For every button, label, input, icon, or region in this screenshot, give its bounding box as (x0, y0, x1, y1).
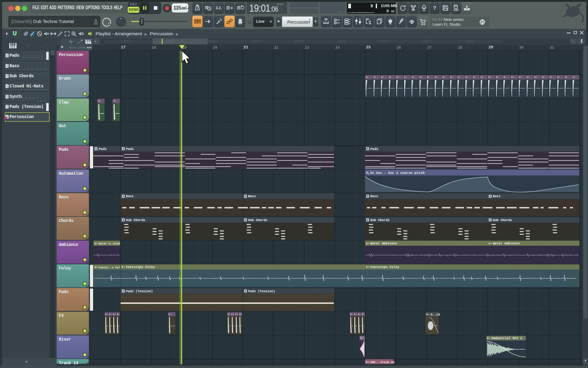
svg-text:Footst..s Fol: Footst..s Fol (99, 266, 120, 269)
svg-text:Pads (Tension): Pads (Tension) (248, 289, 275, 293)
svg-text:Bass: Bass (370, 194, 378, 198)
svg-text:Bass: Bass (126, 194, 134, 198)
svg-text:Water Ambience: Water Ambience (493, 242, 520, 245)
svg-text:Pads: Pads (99, 147, 107, 151)
svg-text:Footsteps Foley: Footsteps Foley (126, 265, 155, 269)
svg-text:Pads: Pads (370, 147, 378, 151)
svg-text:THM - Crash 10: THM - Crash 10 (370, 361, 394, 364)
svg-text:Dub Chords: Dub Chords (370, 218, 390, 222)
svg-text:Pads (Tension): Pads (Tension) (126, 289, 153, 293)
svg-text:Dub Chords: Dub Chords (493, 218, 512, 222)
svg-text:Dub Chords: Dub Chords (248, 218, 267, 222)
svg-text:Water Ambience: Water Ambience (370, 242, 397, 245)
svg-text:Footsteps Foley: Footsteps Foley (370, 265, 399, 269)
svg-text:Industrial SFX 2: Industrial SFX 2 (491, 336, 522, 340)
svg-text:Water A..bien: Water A..bien (99, 242, 120, 245)
svg-text:Bass: Bass (493, 194, 500, 198)
svg-text:Pads: Pads (126, 147, 134, 151)
svg-text:Dub Chords: Dub Chords (126, 218, 145, 222)
svg-text:Bass: Bass (248, 194, 256, 198)
svg-text:3x Osc - Osc 2 coarse pitch: 3x Osc - Osc 2 coarse pitch (370, 171, 424, 175)
svg-text:S..ck: S..ck (431, 313, 440, 316)
